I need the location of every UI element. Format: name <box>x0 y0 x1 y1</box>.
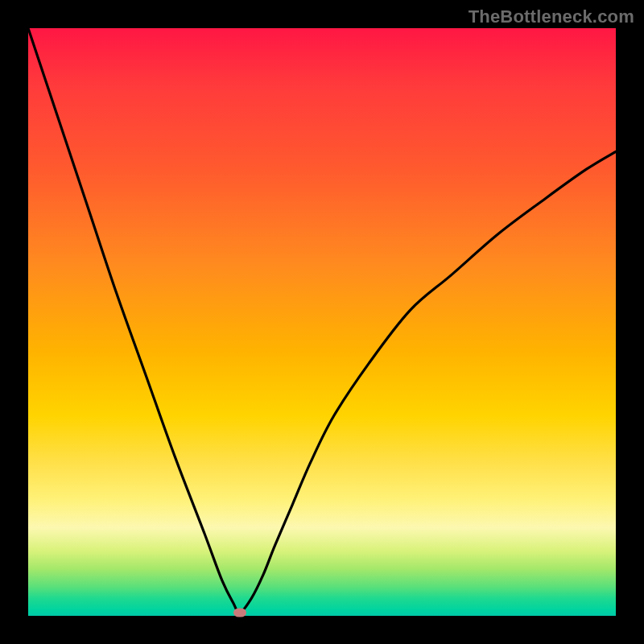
watermark-text: TheBottleneck.com <box>469 6 634 27</box>
optimum-marker <box>233 609 246 617</box>
plot-area <box>28 28 616 616</box>
chart-frame: TheBottleneck.com <box>0 0 644 644</box>
bottleneck-curve <box>28 28 616 616</box>
